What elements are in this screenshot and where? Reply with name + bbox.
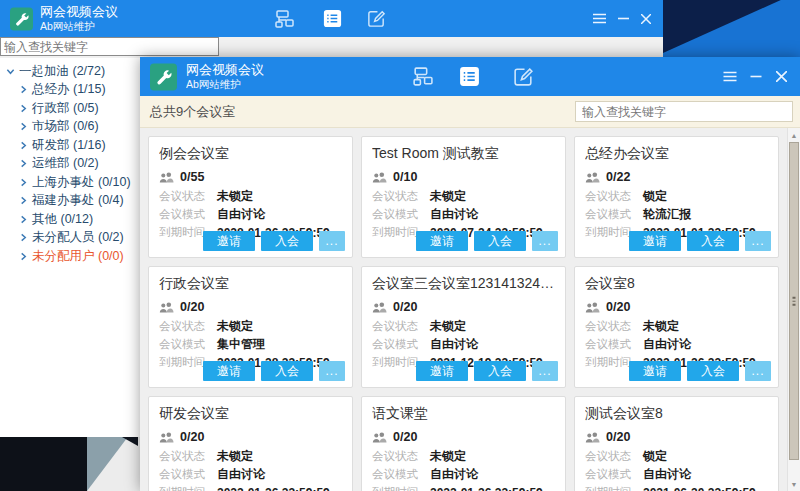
invite-button[interactable]: 邀请 bbox=[416, 361, 468, 381]
scrollbar-thumb[interactable] bbox=[789, 142, 799, 460]
meeting-room-card: 研发会议室 0/20 会议状态 未锁定 会议模式 自由讨论 bbox=[148, 396, 353, 491]
tree-item-label: 研发部 (1/16) bbox=[32, 137, 106, 154]
app-logo-wrench-icon bbox=[150, 63, 177, 90]
join-button[interactable]: 入会 bbox=[261, 361, 313, 381]
member-count: 0/20 bbox=[180, 300, 204, 314]
tree-item[interactable]: 未分配用户 (0/0) bbox=[0, 247, 140, 266]
more-button[interactable]: ... bbox=[319, 361, 345, 381]
mode-value: 自由讨论 bbox=[217, 206, 265, 223]
room-name: 研发会议室 bbox=[159, 405, 342, 423]
tree-item[interactable]: 其他 (0/12) bbox=[0, 210, 140, 229]
invite-button[interactable]: 邀请 bbox=[416, 231, 468, 251]
invite-button[interactable]: 邀请 bbox=[203, 231, 255, 251]
menu-icon[interactable] bbox=[590, 10, 608, 28]
join-button[interactable]: 入会 bbox=[474, 231, 526, 251]
mode-label: 会议模式 bbox=[585, 337, 643, 352]
org-chart-icon[interactable] bbox=[410, 65, 434, 89]
tree-item-label: 福建办事处 (0/4) bbox=[32, 192, 124, 209]
status-value: 锁定 bbox=[643, 188, 667, 205]
members-icon bbox=[372, 301, 393, 314]
scroll-up-arrow-icon[interactable]: ▲ bbox=[788, 129, 800, 141]
room-name: 行政会议室 bbox=[159, 275, 342, 293]
close-icon[interactable] bbox=[772, 68, 790, 86]
invite-button[interactable]: 邀请 bbox=[629, 361, 681, 381]
member-count: 0/55 bbox=[180, 170, 204, 184]
menu-icon[interactable] bbox=[721, 68, 739, 86]
tree-item[interactable]: 研发部 (1/16) bbox=[0, 136, 140, 155]
rooms-search-input[interactable] bbox=[575, 101, 793, 122]
member-count: 0/22 bbox=[606, 170, 630, 184]
tree-item[interactable]: 上海办事处 (0/10) bbox=[0, 173, 140, 192]
more-button[interactable]: ... bbox=[532, 231, 558, 251]
status-label: 会议状态 bbox=[159, 189, 217, 204]
edit-compose-icon[interactable] bbox=[511, 65, 535, 89]
join-button[interactable]: 入会 bbox=[687, 231, 739, 251]
mode-label: 会议模式 bbox=[159, 207, 217, 222]
members-icon bbox=[159, 431, 180, 444]
tree-item[interactable]: 总经办 (1/15) bbox=[0, 81, 140, 100]
app-logo-wrench-icon bbox=[10, 7, 33, 30]
chevron-right-icon[interactable] bbox=[18, 85, 28, 95]
mode-value: 自由讨论 bbox=[643, 466, 691, 483]
meeting-rooms-window: 网会视频会议 Ab网站维护 总共9个会议室 例会会议室 bbox=[140, 57, 800, 491]
tree-item[interactable]: 行政部 (0/5) bbox=[0, 99, 140, 118]
status-value: 未锁定 bbox=[217, 448, 253, 465]
close-icon[interactable] bbox=[637, 10, 655, 28]
edit-compose-icon[interactable] bbox=[364, 7, 388, 31]
org-chart-icon[interactable] bbox=[272, 7, 296, 31]
sidebar-search-input[interactable] bbox=[0, 37, 219, 56]
more-button[interactable]: ... bbox=[745, 231, 771, 251]
more-button[interactable]: ... bbox=[319, 231, 345, 251]
member-count: 0/20 bbox=[606, 300, 630, 314]
tree-item-label: 上海办事处 (0/10) bbox=[32, 174, 131, 191]
room-list-icon-active[interactable] bbox=[457, 65, 481, 89]
tree-item[interactable]: 未分配人员 (0/2) bbox=[0, 229, 140, 248]
tree-item[interactable]: 市场部 (0/6) bbox=[0, 118, 140, 137]
chevron-right-icon[interactable] bbox=[18, 122, 28, 132]
room-name: Test Room 测试教室 bbox=[372, 145, 555, 163]
room-name: 例会会议室 bbox=[159, 145, 342, 163]
minimize-icon[interactable] bbox=[614, 10, 632, 28]
members-icon bbox=[372, 431, 393, 444]
join-button[interactable]: 入会 bbox=[261, 231, 313, 251]
mode-label: 会议模式 bbox=[159, 337, 217, 352]
mode-value: 自由讨论 bbox=[643, 336, 691, 353]
chevron-right-icon[interactable] bbox=[18, 251, 28, 261]
mode-value: 自由讨论 bbox=[217, 466, 265, 483]
mode-value: 轮流汇报 bbox=[643, 206, 691, 223]
chevron-right-icon[interactable] bbox=[18, 140, 28, 150]
mode-label: 会议模式 bbox=[585, 207, 643, 222]
tree-item-label: 行政部 (0/5) bbox=[32, 100, 99, 117]
invite-button[interactable]: 邀请 bbox=[629, 231, 681, 251]
room-list-icon[interactable] bbox=[320, 7, 344, 31]
chevron-right-icon[interactable] bbox=[18, 196, 28, 206]
chevron-right-icon[interactable] bbox=[18, 103, 28, 113]
chevron-right-icon[interactable] bbox=[18, 214, 28, 224]
tree-item[interactable]: 一起加油 (2/72) bbox=[0, 62, 140, 81]
back-titlebar: 网会视频会议 Ab网站维护 bbox=[0, 0, 663, 37]
meeting-room-card: 会议室三会议室123141324141三会... 0/20 会议状态 未锁定 会… bbox=[361, 266, 566, 388]
tree-item[interactable]: 运维部 (0/2) bbox=[0, 155, 140, 174]
scrollbar-grip bbox=[793, 297, 796, 306]
invite-button[interactable]: 邀请 bbox=[203, 361, 255, 381]
join-button[interactable]: 入会 bbox=[687, 361, 739, 381]
join-button[interactable]: 入会 bbox=[474, 361, 526, 381]
more-button[interactable]: ... bbox=[745, 361, 771, 381]
minimize-icon[interactable] bbox=[747, 68, 765, 86]
chevron-right-icon[interactable] bbox=[18, 177, 28, 187]
scroll-down-arrow-icon[interactable]: ▼ bbox=[788, 478, 800, 490]
tree-item-label: 未分配人员 (0/2) bbox=[32, 229, 124, 246]
app-subtitle: Ab网站维护 bbox=[40, 20, 118, 33]
chevron-right-icon[interactable] bbox=[18, 233, 28, 243]
status-label: 会议状态 bbox=[372, 449, 430, 464]
rooms-summary: 总共9个会议室 bbox=[150, 103, 235, 121]
front-titlebar: 网会视频会议 Ab网站维护 bbox=[140, 57, 800, 96]
room-name: 测试会议室8 bbox=[585, 405, 768, 423]
chevron-right-icon[interactable] bbox=[18, 159, 28, 169]
mode-value: 自由讨论 bbox=[430, 466, 478, 483]
vertical-scrollbar[interactable]: ▲ ▼ bbox=[787, 128, 800, 491]
chevron-down-icon[interactable] bbox=[5, 66, 15, 76]
tree-item[interactable]: 福建办事处 (0/4) bbox=[0, 192, 140, 211]
more-button[interactable]: ... bbox=[532, 361, 558, 381]
status-label: 会议状态 bbox=[159, 319, 217, 334]
